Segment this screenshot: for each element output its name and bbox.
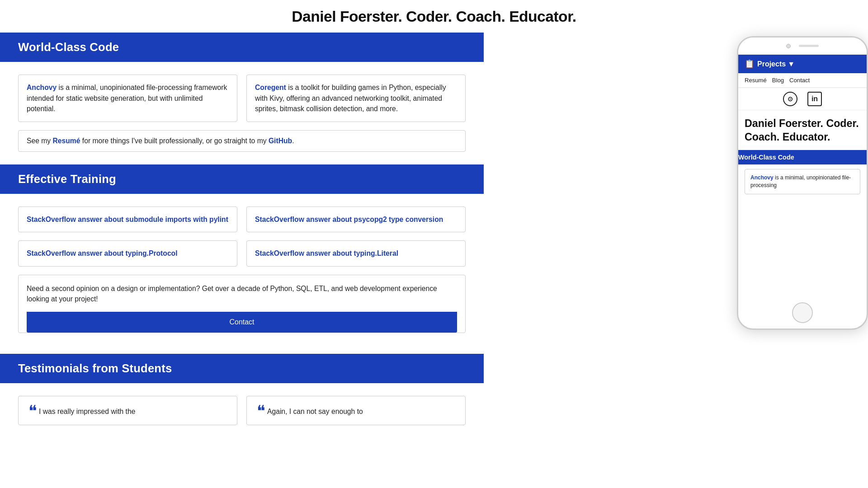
stackoverflow-submodule-link[interactable]: StackOverflow answer about submodule imp… (27, 216, 228, 223)
phone-top-bar (738, 38, 867, 55)
main-content: World-Class Code Anchovy is a minimal, u… (0, 33, 484, 446)
testimonials-section: Testimonials from Students ❝I was really… (0, 354, 484, 446)
stackoverflow-protocol-card: StackOverflow answer about typing.Protoc… (18, 240, 237, 267)
training-cards-row-1: StackOverflow answer about submodule imp… (18, 206, 466, 233)
testimonials-row: ❝I was really impressed with the ❝Again,… (18, 396, 466, 425)
contact-button[interactable]: Contact (27, 312, 457, 333)
phone-nav-blog[interactable]: Blog (772, 77, 784, 84)
phone-nav-contact[interactable]: Contact (789, 77, 810, 84)
quote-mark-1: ❝ (28, 403, 37, 420)
testimonial-1: ❝I was really impressed with the (18, 396, 237, 425)
contact-description: Need a second opinion on a design or imp… (27, 283, 457, 312)
testimonials-header: Testimonials from Students (0, 354, 484, 383)
anchovy-description: is a minimal, unopinionated file-process… (27, 84, 227, 113)
phone-github-icon[interactable]: ⊙ (783, 92, 797, 106)
coregent-link[interactable]: Coregent (255, 84, 286, 91)
stackoverflow-literal-card: StackOverflow answer about typing.Litera… (246, 240, 466, 267)
phone-speaker (799, 45, 819, 47)
phone-nav-links: Resumé Blog Contact (738, 73, 867, 88)
stackoverflow-psycopg2-card: StackOverflow answer about psycopg2 type… (246, 206, 466, 233)
resume-github-info: See my Resumé for more things I've built… (18, 130, 466, 152)
phone-nav-resume[interactable]: Resumé (745, 77, 767, 84)
phone-nav-projects-icon: 📋 (745, 59, 755, 69)
phone-nav-projects-label[interactable]: Projects ▼ (757, 60, 795, 68)
effective-training-content: StackOverflow answer about submodule imp… (0, 194, 484, 354)
stackoverflow-protocol-link[interactable]: StackOverflow answer about typing.Protoc… (27, 249, 178, 257)
phone-code-content: Anchovy is a minimal, unopinionated file… (738, 169, 867, 194)
testimonial-2: ❝Again, I can not say enough to (246, 396, 466, 425)
stackoverflow-literal-link[interactable]: StackOverflow answer about typing.Litera… (255, 249, 398, 257)
testimonial-1-text: I was really impressed with the (39, 408, 135, 415)
page-title: Daniel Foerster. Coder. Coach. Educator. (0, 8, 868, 25)
phone-world-class-header: World-Class Code (737, 150, 868, 164)
phone-linkedin-icon[interactable]: in (807, 92, 822, 106)
phone-anchovy-card: Anchovy is a minimal, unopinionated file… (745, 169, 860, 194)
world-class-code-section: World-Class Code Anchovy is a minimal, u… (0, 33, 484, 164)
effective-training-section: Effective Training StackOverflow answer … (0, 164, 484, 354)
contact-box: Need a second opinion on a design or imp… (18, 275, 466, 333)
phone-social-bar: ⊙ in (738, 88, 867, 110)
phone-nav-left: 📋 Projects ▼ (745, 59, 795, 69)
world-class-code-header: World-Class Code (0, 33, 484, 62)
code-cards-row: Anchovy is a minimal, unopinionated file… (18, 75, 466, 122)
effective-training-header: Effective Training (0, 164, 484, 194)
phone-hero-title: Daniel Foerster. Coder. Coach. Educator. (745, 117, 860, 144)
page-title-area: Daniel Foerster. Coder. Coach. Educator. (0, 0, 868, 33)
world-class-code-content: Anchovy is a minimal, unopinionated file… (0, 62, 484, 164)
quote-mark-2: ❝ (257, 403, 265, 420)
training-cards-row-2: StackOverflow answer about typing.Protoc… (18, 240, 466, 267)
coregent-card: Coregent is a toolkit for building games… (246, 75, 466, 122)
testimonial-2-text: Again, I can not say enough to (267, 408, 363, 415)
resume-link[interactable]: Resumé (52, 137, 80, 145)
stackoverflow-psycopg2-link[interactable]: StackOverflow answer about psycopg2 type… (255, 216, 443, 223)
phone-camera (786, 44, 791, 48)
github-link[interactable]: GitHub (269, 137, 292, 145)
phone-anchovy-link[interactable]: Anchovy (750, 174, 774, 181)
phone-nav-bar: 📋 Projects ▼ (738, 55, 867, 73)
testimonials-content: ❝I was really impressed with the ❝Again,… (0, 383, 484, 446)
phone-mockup: 📋 Projects ▼ Resumé Blog Contact ⊙ in Da… (737, 36, 868, 330)
stackoverflow-submodule-card: StackOverflow answer about submodule imp… (18, 206, 237, 233)
phone-body: Daniel Foerster. Coder. Coach. Educator. (738, 110, 867, 144)
anchovy-link[interactable]: Anchovy (27, 84, 57, 91)
anchovy-card: Anchovy is a minimal, unopinionated file… (18, 75, 237, 122)
phone-home-button[interactable] (792, 302, 813, 323)
